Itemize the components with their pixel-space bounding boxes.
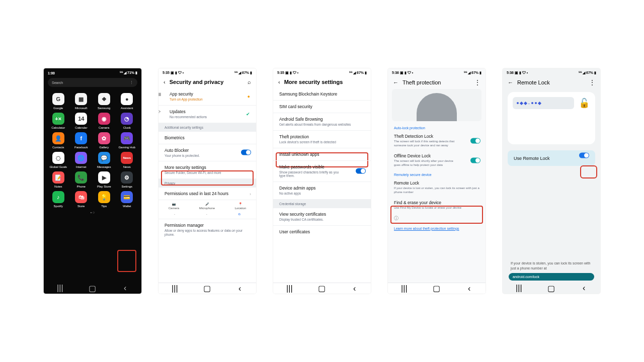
recents-button[interactable]: ||| xyxy=(56,285,63,292)
back-button[interactable]: ‹ xyxy=(122,285,129,292)
screenshot-more-security: 5:35 ▣ ▮ 🛡 • ⁵ᴳ ◢ 67% ▮ ‹ More security … xyxy=(273,68,371,294)
recents-button[interactable]: ||| xyxy=(171,285,178,292)
row-auto-blocker[interactable]: Auto Blocker Your phone is protected. xyxy=(158,144,256,162)
recents-button[interactable]: ||| xyxy=(286,285,293,292)
back-icon[interactable]: ← xyxy=(508,79,513,85)
row-password-visible[interactable]: Make passwords visible Show password cha… xyxy=(273,161,371,183)
toggle-offline-lock[interactable] xyxy=(470,157,480,163)
row-sim[interactable]: SIM card security xyxy=(273,101,371,113)
screenshot-home: 1:00 ⁵ᴳ ◢ 71% ▮ Search ⋮ GGoogle▦Microso… xyxy=(44,68,141,294)
app-camera[interactable]: ◉Camera xyxy=(93,113,116,129)
app-clock[interactable]: ◔Clock xyxy=(116,113,139,129)
app-news[interactable]: NewsNews xyxy=(116,152,139,168)
app-internet[interactable]: 🌐Internet xyxy=(70,152,93,168)
home-button[interactable]: ▢ xyxy=(89,285,96,292)
app-microsoft[interactable]: ▦Microsoft xyxy=(70,93,93,110)
recents-button[interactable]: ||| xyxy=(400,285,408,292)
row-install-unknown[interactable]: Install unknown apps xyxy=(273,148,371,161)
toggle-theft-detection[interactable] xyxy=(470,138,480,143)
nav-bar: ||| ▢ ‹ xyxy=(273,283,371,294)
screenshot-security-privacy: 5:35 ▣ ▮ 🛡 • ⁵ᴳ ◢ 67% ▮ ‹ Security and p… xyxy=(158,68,256,294)
app-calendar[interactable]: 14Calendar xyxy=(70,113,93,129)
row-user-certificates[interactable]: User certificates xyxy=(273,226,371,238)
section-additional: Additional security settings xyxy=(158,123,256,132)
app-calculator[interactable]: +×Calculator xyxy=(47,113,70,129)
section-credential: Credential storage xyxy=(273,200,371,208)
app-spotify[interactable]: ♪Spotify xyxy=(47,191,70,208)
recents-button[interactable]: ||| xyxy=(515,285,522,292)
home-button[interactable]: ▢ xyxy=(318,285,326,292)
clock: 1:00 xyxy=(48,71,55,75)
home-button[interactable]: ▢ xyxy=(204,285,211,292)
back-icon[interactable]: ← xyxy=(393,79,398,85)
back-button[interactable]: ‹ xyxy=(351,285,358,292)
microphone-icon: 🎤 xyxy=(205,202,209,206)
back-button[interactable]: ‹ xyxy=(236,285,244,292)
app-assistant[interactable]: ●Assistant xyxy=(116,93,139,110)
app-tips[interactable]: 💡Tips xyxy=(93,191,116,208)
page-title: More security settings xyxy=(284,79,343,85)
search-icon[interactable]: ⌕ xyxy=(248,79,251,85)
back-button[interactable]: ‹ xyxy=(581,285,588,292)
more-icon[interactable]: ⋮ xyxy=(474,79,480,86)
page-title: Remote Lock xyxy=(517,79,550,85)
home-button[interactable]: ▢ xyxy=(433,285,440,292)
info-icon[interactable]: ⓘ xyxy=(388,213,486,224)
back-icon[interactable]: ‹ xyxy=(164,79,166,85)
row-offline-lock[interactable]: Offline Device Lock The screen will lock… xyxy=(388,150,486,170)
row-keystore[interactable]: Samsung Blockchain Keystore xyxy=(273,88,371,101)
app-contacts[interactable]: 👤Contacts xyxy=(47,132,70,149)
header: ← Theft protection ⋮ xyxy=(388,76,486,89)
app-wallet[interactable]: 💳Wallet xyxy=(116,191,139,208)
app-phone[interactable]: 📞Phone xyxy=(70,171,93,188)
more-icon[interactable]: ⋮ xyxy=(130,80,133,84)
app-global-goals[interactable]: ◌Global Goals xyxy=(47,152,70,168)
row-app-security[interactable]: ▦ App security Turn on App protection ● xyxy=(158,88,256,106)
search-placeholder: Search xyxy=(52,81,63,84)
row-view-certificates[interactable]: View security certificates Display trust… xyxy=(273,208,371,226)
app-notes[interactable]: 📝Notes xyxy=(47,171,70,188)
nav-bar: ||| ▢ ‹ xyxy=(503,283,600,294)
back-button[interactable]: ‹ xyxy=(466,285,473,292)
search-input[interactable]: Search ⋮ xyxy=(48,78,137,87)
toggle-use-remote-lock[interactable] xyxy=(579,153,589,158)
row-use-remote-lock[interactable]: Use Remote Lock xyxy=(508,150,595,166)
status-bar: 5:35 ▣ ▮ 🛡 • ⁵ᴳ ◢ 67% ▮ xyxy=(273,68,371,76)
row-admin-apps[interactable]: Device admin apps No active apps xyxy=(273,182,371,200)
learn-more-link[interactable]: Learn more about theft protection settin… xyxy=(388,224,486,233)
subhead-remote: Remotely secure device xyxy=(388,170,486,177)
row-updates[interactable]: ⟳ Updates No recommended actions ✔ xyxy=(158,106,256,123)
screenshot-remote-lock: 5:36 ▣ ▮ 🛡 • ⁵ᴳ ◢ 67% ▮ ← Remote Lock ⋮ … xyxy=(503,68,600,294)
app-store[interactable]: 🛍Store xyxy=(70,191,93,208)
page-title: Security and privacy xyxy=(170,79,224,85)
highlight-settings xyxy=(117,250,136,272)
app-gallery[interactable]: ✿Gallery xyxy=(93,132,116,149)
row-theft-detection-lock[interactable]: Theft Detection Lock The screen will loc… xyxy=(388,131,486,150)
row-perms-24h[interactable]: Permissions used in last 24 hours › xyxy=(158,188,256,200)
url-chip[interactable]: android.com/lock xyxy=(509,273,594,281)
row-theft-protection[interactable]: Theft protection Lock device's screen if… xyxy=(273,131,371,148)
nav-bar: ||| ▢ ‹ xyxy=(158,283,256,294)
row-biometrics[interactable]: Biometrics xyxy=(158,132,256,144)
app-samsung[interactable]: ❖Samsung xyxy=(93,93,116,110)
row-permission-manager[interactable]: Permission manager Allow or deny apps to… xyxy=(158,219,256,240)
more-icon[interactable]: ⋮ xyxy=(589,79,595,86)
app-gaming-hub[interactable]: 🎮Gaming Hub xyxy=(116,132,139,149)
app-google[interactable]: GGoogle xyxy=(47,93,70,110)
row-find-erase[interactable]: Find & erase your device Use Find My Dev… xyxy=(388,197,486,213)
app-messages[interactable]: 💬Messages xyxy=(93,152,116,168)
app-play-store[interactable]: ▶Play Store xyxy=(93,171,116,188)
section-privacy: Privacy xyxy=(158,179,256,188)
row-safe-browsing[interactable]: Android Safe Browsing Get alerts about t… xyxy=(273,113,371,131)
app-settings[interactable]: ⚙Settings xyxy=(116,171,139,188)
app-facebook[interactable]: fFacebook xyxy=(70,132,93,149)
row-remote-lock[interactable]: Remote Lock If your device is lost or st… xyxy=(388,177,486,197)
toggle-password-visible[interactable] xyxy=(356,168,366,174)
status-icons: ⁵ᴳ ◢ 71% ▮ xyxy=(120,71,137,75)
row-more-security[interactable]: More security settings Secure Folder, Se… xyxy=(158,161,256,179)
warning-icon: ● xyxy=(248,94,250,99)
toggle-auto-blocker[interactable] xyxy=(241,150,251,155)
home-button[interactable]: ▢ xyxy=(548,285,555,292)
header: ‹ More security settings xyxy=(273,76,371,88)
back-icon[interactable]: ‹ xyxy=(278,79,280,85)
